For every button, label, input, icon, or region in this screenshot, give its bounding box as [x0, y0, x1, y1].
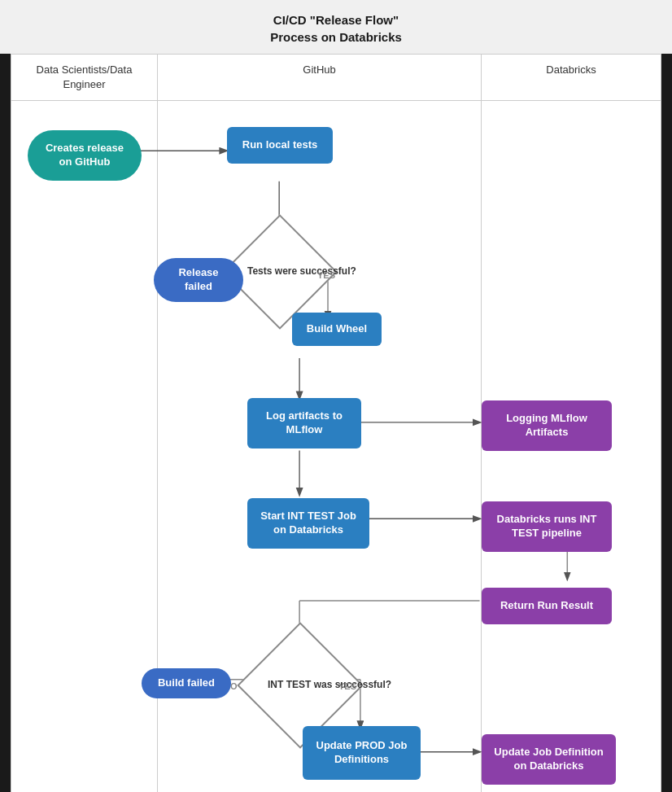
creates-release-node: Creates release on GitHub — [28, 130, 142, 181]
update-prod-node: Update PROD Job Definitions — [303, 726, 421, 780]
logging-mlflow-node: Logging MLflow Artifacts — [482, 400, 612, 451]
creates-release-label: Creates release on GitHub — [28, 130, 142, 181]
log-artifacts-node: Log artifacts to MLflow — [247, 398, 361, 449]
int-yes-label: YES — [338, 681, 356, 691]
build-failed-label: Build failed — [142, 668, 231, 698]
page-title: CI/CD "Release Flow" Process on Databric… — [0, 0, 672, 54]
title-line1: CI/CD "Release Flow" — [273, 13, 399, 27]
start-int-test-node: Start INT TEST Job on Databricks — [247, 498, 369, 549]
release-failed-label: Release failed — [154, 258, 243, 302]
update-prod-label: Update PROD Job Definitions — [303, 726, 421, 780]
lane-header-github: GitHub — [158, 55, 482, 100]
tests-successful-node: Tests were successful? — [235, 227, 325, 317]
return-run-label: Return Run Result — [482, 588, 612, 624]
log-artifacts-label: Log artifacts to MLflow — [247, 398, 361, 449]
tests-successful-label: Tests were successful? — [247, 266, 312, 279]
build-wheel-node: Build Wheel — [292, 313, 382, 346]
lanes-header: Data Scientists/Data Engineer GitHub Dat… — [11, 54, 661, 101]
lane-header-databricks: Databricks — [482, 55, 661, 100]
logging-mlflow-label: Logging MLflow Artifacts — [482, 400, 612, 451]
databricks-int-label: Databricks runs INT TEST pipeline — [482, 501, 612, 552]
diagram-container: Data Scientists/Data Engineer GitHub Dat… — [11, 54, 661, 792]
int-test-successful-label: INT TEST was successful? — [268, 680, 333, 693]
start-int-test-label: Start INT TEST Job on Databricks — [247, 498, 369, 549]
lanes-body: Creates release on GitHub Run local test… — [11, 101, 661, 792]
int-test-successful-node: INT TEST was successful? — [251, 637, 349, 734]
build-failed-node: Build failed — [142, 668, 231, 698]
release-failed-node: Release failed — [154, 258, 243, 302]
update-job-def-label: Update Job Definition on Databricks — [482, 734, 616, 785]
return-run-node: Return Run Result — [482, 588, 612, 624]
lane-header-ds: Data Scientists/Data Engineer — [11, 55, 158, 100]
build-wheel-label: Build Wheel — [292, 313, 382, 346]
tests-yes-label: YES — [317, 270, 335, 280]
title-line2: Process on Databricks — [270, 30, 402, 44]
run-local-tests-node: Run local tests — [227, 127, 333, 164]
lane-col-ds — [11, 101, 158, 792]
update-job-def-node: Update Job Definition on Databricks — [482, 734, 616, 785]
databricks-int-node: Databricks runs INT TEST pipeline — [482, 501, 612, 552]
run-local-tests-label: Run local tests — [227, 127, 333, 164]
